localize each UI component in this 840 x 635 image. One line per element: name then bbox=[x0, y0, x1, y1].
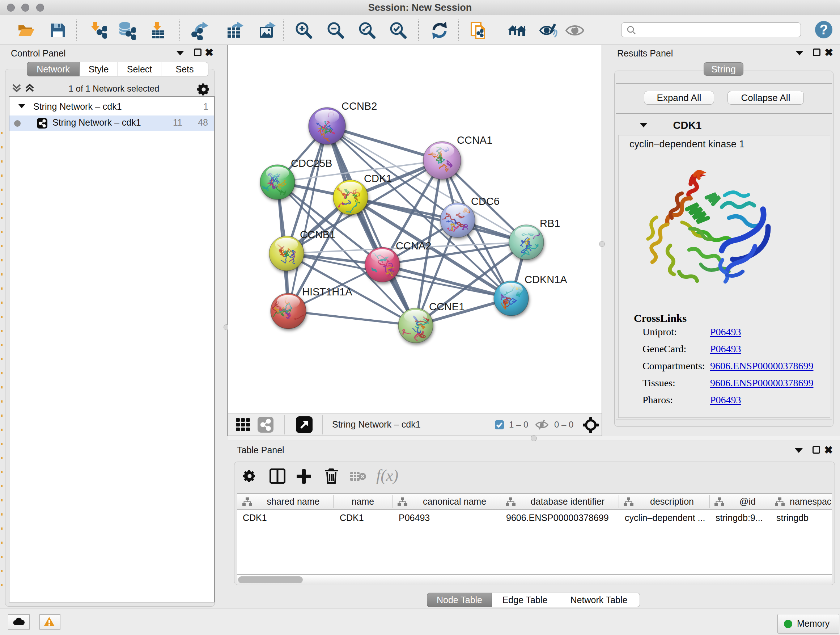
svg-text:CCNA1: CCNA1 bbox=[457, 134, 493, 146]
svg-text:CCNB1: CCNB1 bbox=[300, 229, 335, 241]
svg-text:CDK1: CDK1 bbox=[364, 173, 392, 184]
svg-text:CCNB2: CCNB2 bbox=[341, 100, 377, 112]
svg-text:RB1: RB1 bbox=[540, 218, 560, 229]
svg-text:HIST1H1A: HIST1H1A bbox=[302, 286, 352, 298]
svg-text:CDC25B: CDC25B bbox=[291, 157, 332, 169]
svg-text:CCNE1: CCNE1 bbox=[429, 301, 464, 312]
svg-text:CDKN1A: CDKN1A bbox=[524, 274, 567, 285]
svg-text:?: ? bbox=[819, 22, 828, 37]
svg-text:CCNA2: CCNA2 bbox=[396, 240, 431, 252]
svg-text:CDC6: CDC6 bbox=[471, 195, 500, 207]
